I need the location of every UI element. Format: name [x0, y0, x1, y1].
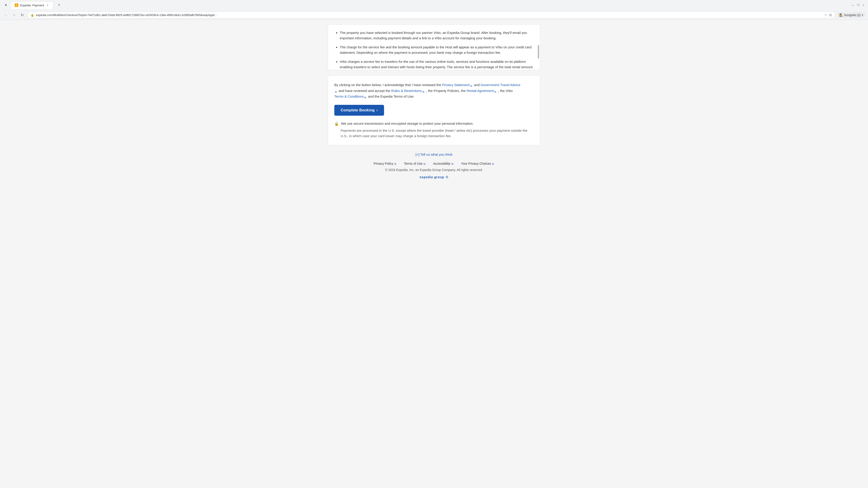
info-card: The property you have selected is booked…	[328, 24, 540, 70]
logo-trademark: ®	[446, 175, 448, 179]
url-text: expedia.com/MultiItemCheckout?tripid=74d…	[36, 13, 823, 17]
acknowledgement-text: By clicking on the button below, I ackno…	[334, 82, 534, 99]
feedback-link[interactable]: [+] Tell us what you think	[328, 153, 540, 156]
secure-text: We use secure transmission and encrypted…	[341, 121, 473, 126]
privacy-choices-link[interactable]: Your Privacy Choices⧉	[461, 162, 495, 165]
bullet-item-2: The charge for the service fee and the b…	[340, 44, 534, 55]
page-wrapper: The property you have selected is booked…	[0, 20, 868, 488]
rental-agreement-link[interactable]: Rental Agreement⧉	[467, 89, 498, 93]
ack-vrbo: , the Vrbo	[498, 89, 513, 93]
bullet-list: The property you have selected is booked…	[334, 30, 534, 70]
bullet-item-3: Vrbo charges a service fee to travelers …	[340, 59, 534, 70]
ack-property-policies: , the Property Policies, the	[426, 89, 466, 93]
terms-conditions-link[interactable]: Terms & Conditions⧉	[334, 94, 368, 98]
address-bar[interactable]: 🔒 expedia.com/MultiItemCheckout?tripid=7…	[27, 11, 835, 18]
ack-and: and	[474, 83, 480, 87]
toolbar-right: 🕵 Incognito (2) ▾	[837, 12, 865, 18]
screenshot-icon[interactable]: ⊡	[829, 13, 832, 17]
lock-icon: 🔒	[31, 13, 34, 17]
browser-toolbar: ← → ↻ 🔒 expedia.com/MultiItemCheckout?tr…	[0, 10, 868, 20]
new-tab-btn[interactable]: +	[56, 2, 62, 8]
expedia-group-logo: expedia group ®	[328, 175, 540, 182]
footer: [+] Tell us what you think Privacy Polic…	[328, 145, 540, 182]
browser-chrome: ▾ E Expedia: Payment × + — ❐ × ← → ↻ 🔒 e…	[0, 0, 868, 20]
window-controls: — ❐ ×	[851, 3, 865, 7]
complete-booking-label: Complete Booking	[341, 108, 375, 112]
complete-booking-button[interactable]: Complete Booking ›	[334, 105, 384, 116]
browser-tab-active[interactable]: E Expedia: Payment ×	[11, 1, 53, 9]
incognito-badge[interactable]: 🕵 Incognito (2) ▾	[837, 12, 865, 18]
footer-copyright: © 2024 Expedia, Inc. an Expedia Group Co…	[328, 168, 540, 172]
privacy-statement-link[interactable]: Privacy Statement⧉	[442, 83, 474, 87]
privacy-choices-ext-icon: ⧉	[492, 162, 494, 165]
incognito-label: Incognito (2)	[844, 13, 861, 17]
scrollbar-track[interactable]	[538, 29, 539, 65]
expedia-group-logo-text: expedia group	[420, 175, 444, 179]
reload-btn[interactable]: ↻	[19, 12, 25, 18]
browser-titlebar: ▾ E Expedia: Payment × + — ❐ ×	[0, 0, 868, 10]
scrollbar-thumb[interactable]	[538, 45, 539, 59]
back-btn[interactable]: ←	[3, 12, 9, 18]
ack-and-have: and have reviewed and accept the	[339, 89, 391, 93]
terms-of-use-ext-icon: ⧉	[423, 162, 426, 165]
accessibility-link[interactable]: Accessibility⧉	[433, 162, 454, 165]
secure-info: 🔒 We use secure transmission and encrypt…	[334, 121, 534, 126]
privacy-policy-ext-icon: ⧉	[394, 162, 397, 165]
accessibility-ext-icon: ⧉	[451, 162, 454, 165]
footer-links: Privacy Policy⧉ Terms of Use⧉ Accessibil…	[328, 162, 540, 165]
privacy-statement-ext-icon: ⧉	[470, 84, 473, 87]
maximize-btn[interactable]: ❐	[856, 3, 860, 7]
government-travel-ext-icon: ⧉	[335, 90, 338, 92]
ack-prefix: By clicking on the button below, I ackno…	[334, 83, 441, 87]
terms-of-use-link[interactable]: Terms of Use⧉	[404, 162, 426, 165]
page-content: The property you have selected is booked…	[328, 24, 540, 488]
tab-close-btn[interactable]: ×	[46, 3, 50, 7]
incognito-icon: 🕵	[839, 13, 843, 17]
incognito-dropdown-icon: ▾	[862, 14, 863, 16]
rental-ext-icon: ⧉	[494, 90, 497, 92]
bullet-item-1: The property you have selected is booked…	[340, 30, 534, 41]
minimize-btn[interactable]: —	[851, 3, 855, 7]
privacy-policy-link[interactable]: Privacy Policy⧉	[374, 162, 397, 165]
government-travel-advice-link[interactable]: Government Travel Advice	[480, 83, 520, 87]
terms-ext-icon: ⧉	[364, 95, 367, 98]
info-card-scrollable[interactable]: The property you have selected is booked…	[328, 25, 540, 70]
tab-dropdown-btn[interactable]: ▾	[3, 2, 9, 8]
ack-expedia: and the Expedia Terms of Use.	[368, 94, 414, 98]
chevron-right-icon: ›	[376, 108, 378, 112]
bookmark-icon[interactable]: ☆	[825, 13, 827, 17]
rules-ext-icon: ⧉	[423, 90, 425, 92]
tab-favicon: E	[15, 3, 18, 7]
acknowledgement-section: By clicking on the button below, I ackno…	[328, 75, 540, 145]
secure-lock-icon: 🔒	[334, 122, 339, 126]
payment-note: Payments are processed in the U.S. excep…	[341, 128, 534, 139]
window-close-btn[interactable]: ×	[862, 3, 865, 7]
tab-title: Expedia: Payment	[20, 4, 44, 7]
forward-btn[interactable]: →	[11, 12, 17, 18]
rules-restrictions-link[interactable]: Rules & Restrictions⧉	[391, 89, 426, 93]
